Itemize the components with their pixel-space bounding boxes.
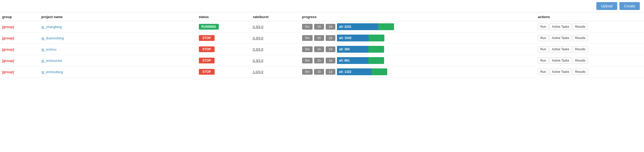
col-header-actions: actions [536,12,644,21]
progress-bar-fill: all: 861 [337,57,368,64]
table-row: [group]gj_duanzufangSTOP0.3/3.0 5m1h1d a… [0,32,644,44]
time-button[interactable]: 5m [302,69,313,75]
col-header-rate: rate/burst [251,12,300,21]
progress-bar: all: 360 [337,46,384,53]
actions-cell: RunActive TasksResults [538,46,642,52]
time-button[interactable]: 5m [302,35,313,41]
col-header-group: group [0,12,39,21]
status-badge: STOP [199,69,215,75]
time-button[interactable]: 5m [302,58,313,63]
table-row: [group]gj_changfangRUNNING0.3/3.0 5m1h1d… [0,21,644,32]
rate-value: 0.3/3.0 [253,25,263,29]
progress-container: 5m1h1d all: 360 [302,46,534,53]
time-button[interactable]: 1d [326,35,335,41]
time-button[interactable]: 1h [314,69,324,75]
progress-container: 5m1h1d all: 2241 [302,23,534,30]
upload-button[interactable]: Upload [596,2,617,10]
project-link[interactable]: gj_changfang [41,25,62,29]
header-bar: Upload Create [0,0,644,12]
table-row: [group]gj_ershouSTOP0.3/3.0 5m1h1d all: … [0,44,644,55]
progress-bar: all: 1322 [337,68,387,75]
col-header-progress: progress [300,12,536,21]
group-link[interactable]: [group] [2,70,14,74]
action-button[interactable]: Results [573,46,588,52]
action-button[interactable]: Active Tasks [549,46,571,52]
progress-bar-fill: all: 2241 [337,23,378,30]
time-button[interactable]: 5m [302,46,313,52]
rate-value: 0.3/3.0 [253,59,263,63]
progress-bar-fill: all: 1322 [337,68,372,75]
table-row: [group]gj_ershoucheSTOP0.3/3.0 5m1h1d al… [0,55,644,66]
table-row: [group]gj_ershoufangSTOP1.0/3.0 5m1h1d a… [0,66,644,78]
project-link[interactable]: gj_ershou [41,47,56,51]
time-button[interactable]: 1h [314,58,324,63]
action-button[interactable]: Run [538,57,548,64]
action-button[interactable]: Results [573,57,588,64]
actions-cell: RunActive TasksResults [538,35,642,41]
group-link[interactable]: [group] [2,59,14,63]
actions-cell: RunActive TasksResults [538,57,642,64]
time-button[interactable]: 1h [314,46,324,52]
status-badge: STOP [199,58,215,63]
time-button[interactable]: 1h [314,35,324,41]
group-link[interactable]: [group] [2,36,14,40]
progress-bar: all: 1543 [337,35,384,41]
progress-container: 5m1h1d all: 861 [302,57,534,64]
time-button[interactable]: 1d [326,69,335,75]
status-badge: STOP [199,46,215,52]
action-button[interactable]: Active Tasks [549,35,571,41]
action-button[interactable]: Active Tasks [549,69,571,75]
rate-value: 0.3/3.0 [253,47,263,51]
actions-cell: RunActive TasksResults [538,24,642,30]
create-button[interactable]: Create [619,2,640,10]
project-link[interactable]: gj_duanzufang [41,36,64,40]
action-button[interactable]: Active Tasks [549,57,571,64]
col-header-project: project name [39,12,197,21]
status-badge: RUNNING [199,24,219,30]
action-button[interactable]: Run [538,46,548,52]
group-link[interactable]: [group] [2,25,14,29]
progress-bar-fill: all: 360 [337,46,368,53]
progress-container: 5m1h1d all: 1543 [302,35,534,41]
action-button[interactable]: Run [538,24,548,30]
action-button[interactable]: Results [573,35,588,41]
time-button[interactable]: 1d [326,46,335,52]
project-link[interactable]: gj_ershouche [41,59,62,63]
project-link[interactable]: gj_ershoufang [41,70,63,74]
action-button[interactable]: Results [573,24,588,30]
progress-bar-fill: all: 1543 [337,35,369,41]
rate-value: 1.0/3.0 [253,70,263,74]
time-button[interactable]: 1h [314,24,324,30]
progress-container: 5m1h1d all: 1322 [302,68,534,75]
time-button[interactable]: 1d [326,58,335,63]
action-button[interactable]: Run [538,69,548,75]
main-table: group project name status rate/burst pro… [0,12,644,78]
action-button[interactable]: Results [573,69,588,75]
col-header-status: status [197,12,251,21]
progress-bar: all: 2241 [337,23,394,30]
action-button[interactable]: Run [538,35,548,41]
action-button[interactable]: Active Tasks [549,24,571,30]
group-link[interactable]: [group] [2,47,14,51]
rate-value: 0.3/3.0 [253,36,263,40]
time-button[interactable]: 1d [326,24,335,30]
progress-bar: all: 861 [337,57,384,64]
actions-cell: RunActive TasksResults [538,69,642,75]
time-button[interactable]: 5m [302,24,313,30]
status-badge: STOP [199,35,215,41]
